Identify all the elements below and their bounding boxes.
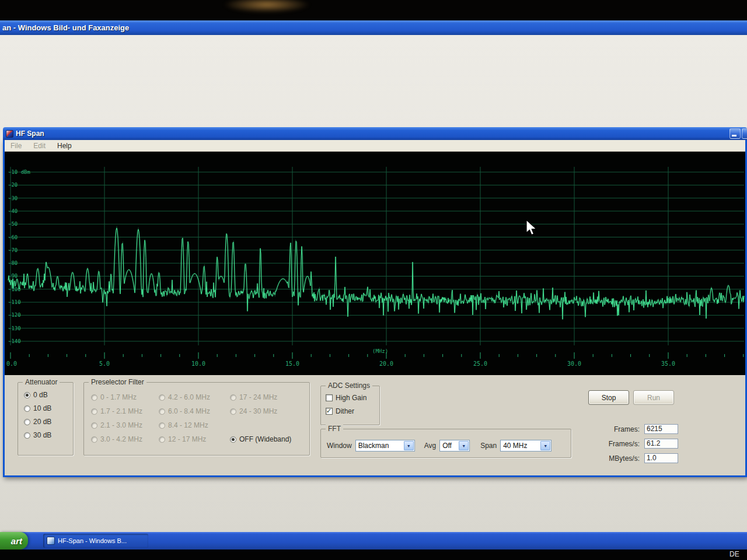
spectrum-trace (5, 152, 745, 375)
y-tick-label: -140 (8, 338, 21, 344)
x-tick-label: 10.0 (191, 360, 205, 367)
language-indicator[interactable]: DE (729, 550, 739, 558)
frames-per-second-stat: Frames/s: 61.2 (594, 439, 678, 449)
preselector-option[interactable]: 3.0 - 4.2 MHz (91, 435, 159, 443)
attenuator-option-0db[interactable]: 0 dB (24, 391, 73, 399)
radio-icon (24, 392, 30, 398)
window-label: Window (327, 442, 352, 450)
radio-icon (230, 394, 236, 401)
preselector-group: Preselector Filter 0 - 1.7 MHz 1.7 - 2.1… (83, 382, 310, 456)
attenuator-option-10db[interactable]: 10 dB (24, 404, 73, 412)
menu-help[interactable]: Help (51, 141, 78, 151)
fft-window-select[interactable]: Blackman (355, 440, 415, 452)
hfspan-titlebar[interactable]: HF Span (3, 127, 747, 140)
fft-avg-select[interactable]: Off (439, 440, 470, 452)
fps-label: Frames/s: (594, 440, 640, 448)
radio-label: 4.2 - 6.0 MHz (168, 393, 210, 401)
checkbox-icon (326, 408, 333, 415)
frames-value-field: 6215 (644, 424, 678, 434)
radio-icon (159, 394, 165, 401)
maximize-button-partial[interactable] (742, 128, 747, 139)
viewer-content: HF Span File Edit Help (MHz) -10 dBm-20-… (0, 35, 747, 532)
radio-icon (159, 422, 165, 429)
x-tick-label: 25.0 (473, 360, 487, 367)
x-axis-unit-label: (MHz) (372, 348, 388, 354)
y-tick-label: -80 (8, 260, 18, 266)
preselector-option[interactable]: 24 - 30 MHz (230, 407, 310, 415)
preselector-option[interactable]: 0 - 1.7 MHz (91, 393, 159, 401)
checkbox-label: Dither (336, 407, 354, 415)
radio-label: 24 - 30 MHz (239, 407, 277, 415)
mbps-label: MBytes/s: (594, 454, 640, 463)
mbps-value-field: 1.0 (644, 453, 678, 463)
menu-file[interactable]: File (5, 141, 27, 151)
y-tick-label: -40 (8, 208, 18, 214)
start-button-label: art (11, 536, 22, 546)
viewer-title: an - Windows Bild- und Faxanzeige (2, 23, 129, 32)
adc-settings-group-title: ADC Settings (326, 382, 372, 390)
y-tick-label: -70 (8, 247, 18, 253)
task-button-label: HF-Span - Windows B... (58, 537, 127, 544)
menu-edit[interactable]: Edit (27, 141, 51, 151)
hfspan-app-icon (6, 130, 13, 138)
radio-label: 30 dB (33, 431, 51, 439)
attenuator-group: Attenuator 0 dB 10 dB 20 dB (18, 382, 74, 456)
y-tick-label: -50 (8, 221, 18, 227)
preselector-option[interactable]: 4.2 - 6.0 MHz (159, 393, 230, 401)
viewer-titlebar[interactable]: an - Windows Bild- und Faxanzeige (0, 20, 747, 35)
span-label: Span (480, 442, 497, 450)
radio-icon (159, 408, 165, 415)
radio-label: 6.0 - 8.4 MHz (168, 407, 210, 415)
fft-span-value: 40 MHz (503, 442, 527, 450)
frames-label: Frames: (594, 425, 640, 433)
preselector-option[interactable]: 17 - 24 MHz (230, 393, 310, 401)
preselector-option[interactable]: 6.0 - 8.4 MHz (159, 407, 230, 415)
x-tick-label: 20.0 (379, 360, 393, 367)
high-gain-checkbox[interactable]: High Gain (326, 394, 379, 402)
attenuator-option-30db[interactable]: 30 dB (24, 431, 73, 439)
radio-label: 20 dB (33, 418, 51, 426)
radio-label: 3.0 - 4.2 MHz (100, 435, 142, 443)
attenuator-group-title: Attenuator (23, 378, 60, 386)
y-tick-label: -120 (8, 312, 21, 318)
x-tick-label: 15.0 (285, 360, 299, 367)
radio-icon (91, 422, 97, 429)
dither-checkbox[interactable]: Dither (326, 407, 379, 415)
radio-icon (230, 408, 236, 415)
radio-label: 12 - 17 MHz (168, 435, 206, 443)
preselector-option[interactable]: 12 - 17 MHz (159, 435, 230, 443)
preselector-group-title: Preselector Filter (89, 378, 146, 386)
control-panel: Attenuator 0 dB 10 dB 20 dB (5, 375, 745, 475)
task-button-icon (47, 537, 55, 545)
radio-label: 0 - 1.7 MHz (100, 393, 137, 401)
radio-label: OFF (Wideband) (239, 435, 291, 443)
start-button[interactable]: art (0, 532, 28, 550)
adc-settings-group: ADC Settings High Gain Dither (320, 386, 380, 425)
fft-group-title: FFT (326, 425, 343, 433)
x-tick-label: 5.0 (99, 360, 110, 367)
preselector-option[interactable]: 8.4 - 12 MHz (159, 421, 230, 429)
hfspan-window: HF Span File Edit Help (MHz) -10 dBm-20-… (3, 140, 747, 477)
photo-reflection (223, 0, 310, 13)
screen-bottom-edge: DE (0, 550, 747, 560)
hfspan-title: HF Span (16, 130, 728, 138)
preselector-option[interactable]: 1.7 - 2.1 MHz (91, 407, 159, 415)
radio-icon (91, 394, 97, 401)
radio-label: 1.7 - 2.1 MHz (100, 407, 142, 415)
preselector-option[interactable]: 2.1 - 3.0 MHz (91, 421, 159, 429)
radio-label: 17 - 24 MHz (239, 393, 277, 401)
fft-span-select[interactable]: 40 MHz (500, 440, 551, 452)
stop-button[interactable]: Stop (588, 390, 629, 405)
fft-group: FFT Window Blackman Avg Off Span 40 MHz (320, 429, 571, 458)
minimize-button[interactable] (729, 128, 741, 139)
y-tick-label: -30 (8, 195, 18, 201)
radio-label: 8.4 - 12 MHz (168, 421, 208, 429)
menu-bar: File Edit Help (5, 140, 745, 152)
fft-window-value: Blackman (358, 442, 389, 450)
preselector-option-off-wideband[interactable]: OFF (Wideband) (230, 435, 310, 443)
run-button[interactable]: Run (633, 390, 674, 405)
attenuator-option-20db[interactable]: 20 dB (24, 418, 73, 426)
y-tick-label: -10 dBm (8, 169, 30, 175)
taskbar-task-hfspan[interactable]: HF-Span - Windows B... (43, 534, 148, 548)
radio-label: 0 dB (33, 391, 48, 399)
